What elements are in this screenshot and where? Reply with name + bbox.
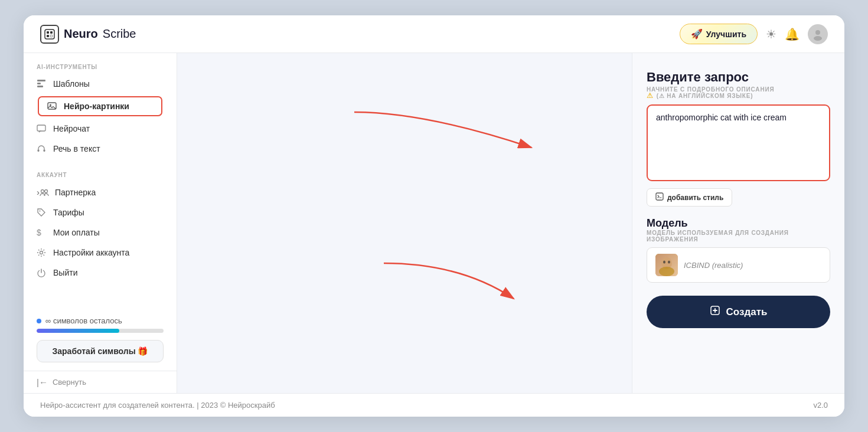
sidebar-item-partner[interactable]: › Партнерка bbox=[24, 182, 177, 202]
svg-rect-21 bbox=[656, 193, 663, 200]
query-textarea[interactable] bbox=[647, 104, 830, 181]
main-layout: AI-Инструменты Шаблоны bbox=[24, 53, 844, 393]
svg-point-25 bbox=[663, 261, 665, 264]
panel-model-section: Модель МОДЕЛЬ ИСПОЛЬЗУЕМАЯ ДЛЯ СОЗДАНИЯ … bbox=[647, 215, 830, 283]
sidebar-label-templates: Шаблоны bbox=[53, 79, 90, 89]
subtitle-text: НАЧНИТЕ С ПОДРОБНОГО ОПИСАНИЯ bbox=[647, 86, 774, 93]
svg-point-11 bbox=[50, 104, 51, 106]
panel-title: Введите запрос bbox=[647, 70, 830, 85]
svg-rect-7 bbox=[37, 80, 45, 81]
logo: NeuroScribe bbox=[40, 25, 136, 44]
tag-icon bbox=[37, 208, 47, 217]
partner-icon: › bbox=[37, 187, 49, 197]
svg-rect-4 bbox=[50, 35, 53, 37]
panel-subtitle-note: ⚠ (⚠ НА АНГЛИЙСКОМ ЯЗЫКЕ) bbox=[647, 91, 830, 100]
svg-point-16 bbox=[45, 189, 48, 192]
sidebar-section-account: Аккаунт bbox=[24, 172, 177, 182]
avatar[interactable] bbox=[808, 24, 828, 44]
svg-rect-1 bbox=[47, 31, 49, 34]
bell-button[interactable]: 🔔 bbox=[785, 27, 800, 41]
header-right: 🚀 Улучшить ☀ 🔔 bbox=[680, 24, 828, 44]
create-icon bbox=[710, 305, 720, 319]
collapse-label: Свернуть bbox=[53, 378, 86, 387]
arrow-annotation-2 bbox=[354, 251, 531, 322]
svg-point-17 bbox=[40, 211, 41, 212]
upgrade-label: Улучшить bbox=[706, 30, 746, 39]
symbols-dot bbox=[37, 319, 41, 323]
collapse-button[interactable]: |← Свернуть bbox=[24, 371, 177, 393]
footer-version: v2.0 bbox=[813, 401, 828, 410]
panel-query-section: Введите запрос НАЧНИТЕ С ПОДРОБНОГО ОПИС… bbox=[647, 70, 830, 207]
sidebar-gap bbox=[24, 162, 177, 172]
neuro-images-icon bbox=[47, 102, 58, 111]
dollar-icon: $ bbox=[37, 228, 47, 237]
upgrade-button[interactable]: 🚀 Улучшить bbox=[680, 24, 758, 44]
sidebar-label-logout: Выйти bbox=[53, 268, 77, 277]
svg-point-15 bbox=[41, 189, 44, 192]
logo-scribe: Scribe bbox=[103, 27, 136, 41]
add-style-icon bbox=[655, 192, 664, 202]
svg-point-5 bbox=[815, 30, 820, 35]
sidebar-account-group: › Партнерка bbox=[24, 182, 177, 283]
symbols-label: ∞ символов осталось bbox=[45, 316, 122, 325]
sidebar-ai-group: Шаблоны Нейро-картинки bbox=[24, 74, 177, 159]
svg-rect-14 bbox=[44, 149, 45, 152]
collapse-arrow-icon: |← bbox=[37, 377, 48, 387]
content-area bbox=[177, 53, 632, 393]
svg-rect-8 bbox=[37, 83, 41, 84]
earn-button[interactable]: Заработай символы 🎁 bbox=[37, 340, 164, 362]
sidebar-item-templates[interactable]: Шаблоны bbox=[24, 74, 177, 94]
templates-icon bbox=[37, 79, 47, 89]
right-panel: Введите запрос НАЧНИТЕ С ПОДРОБНОГО ОПИС… bbox=[632, 53, 844, 393]
svg-point-18 bbox=[40, 251, 43, 254]
svg-point-26 bbox=[668, 261, 670, 264]
sidebar-item-tariffs[interactable]: Тарифы bbox=[24, 202, 177, 222]
sidebar-label-partner: Партнерка bbox=[55, 188, 96, 197]
symbols-row: ∞ символов осталось bbox=[37, 316, 164, 325]
footer: Нейро-ассистент для создателей контента.… bbox=[24, 393, 844, 417]
model-selector[interactable]: ICBIND (realistic) bbox=[647, 247, 830, 283]
svg-rect-13 bbox=[38, 149, 40, 152]
add-style-button[interactable]: добавить стиль bbox=[647, 188, 732, 207]
logo-icon bbox=[40, 25, 59, 44]
sun-button[interactable]: ☀ bbox=[766, 27, 776, 41]
sidebar-section-ai: AI-Инструменты bbox=[24, 64, 177, 74]
header: NeuroScribe 🚀 Улучшить ☀ 🔔 bbox=[24, 15, 844, 53]
model-name: ICBIND (realistic) bbox=[684, 261, 743, 270]
subtitle-note: (⚠ НА АНГЛИЙСКОМ ЯЗЫКЕ) bbox=[657, 93, 753, 99]
sidebar-label-settings: Настройки аккаунта bbox=[53, 248, 129, 257]
sidebar-bottom: ∞ символов осталось Заработай символы 🎁 bbox=[24, 308, 177, 371]
create-button[interactable]: Создать bbox=[647, 296, 830, 328]
create-label: Создать bbox=[726, 306, 768, 318]
svg-rect-9 bbox=[37, 86, 43, 87]
model-title: Модель bbox=[647, 217, 830, 230]
arrow-annotation-1 bbox=[307, 100, 555, 171]
logo-neuro: Neuro bbox=[64, 27, 98, 41]
model-thumbnail bbox=[655, 254, 678, 276]
sidebar-item-neuro-chat[interactable]: Нейрочат bbox=[24, 119, 177, 139]
rocket-icon: 🚀 bbox=[691, 28, 703, 40]
headphone-icon bbox=[37, 144, 47, 153]
svg-rect-0 bbox=[45, 30, 54, 39]
svg-rect-3 bbox=[47, 35, 49, 37]
sidebar-item-payments[interactable]: $ Мои оплаты bbox=[24, 222, 177, 243]
sidebar-item-speech-to-text[interactable]: Речь в текст bbox=[24, 139, 177, 159]
bell-icon: 🔔 bbox=[785, 27, 800, 41]
sidebar-item-neuro-images[interactable]: Нейро-картинки bbox=[38, 96, 162, 116]
progress-bar-fill bbox=[37, 329, 119, 333]
sidebar: AI-Инструменты Шаблоны bbox=[24, 53, 177, 393]
footer-copyright: Нейро-ассистент для создателей контента.… bbox=[40, 401, 275, 410]
sidebar-label-neuro-images: Нейро-картинки bbox=[64, 102, 129, 111]
sidebar-label-tariffs: Тарифы bbox=[53, 208, 84, 217]
svg-point-24 bbox=[659, 267, 674, 276]
svg-point-6 bbox=[814, 36, 822, 41]
sidebar-item-logout[interactable]: Выйти bbox=[24, 263, 177, 283]
sidebar-label-neuro-chat: Нейрочат bbox=[53, 124, 90, 133]
chat-icon bbox=[37, 124, 47, 133]
app-container: NeuroScribe 🚀 Улучшить ☀ 🔔 AI bbox=[24, 15, 844, 417]
sidebar-item-settings[interactable]: Настройки аккаунта bbox=[24, 243, 177, 263]
svg-rect-2 bbox=[50, 31, 53, 34]
model-subtitle: МОДЕЛЬ ИСПОЛЬЗУЕМАЯ ДЛЯ СОЗДАНИЯ ИЗОБРАЖ… bbox=[647, 230, 830, 243]
power-icon bbox=[37, 268, 47, 277]
sidebar-label-speech: Речь в текст bbox=[53, 144, 100, 153]
